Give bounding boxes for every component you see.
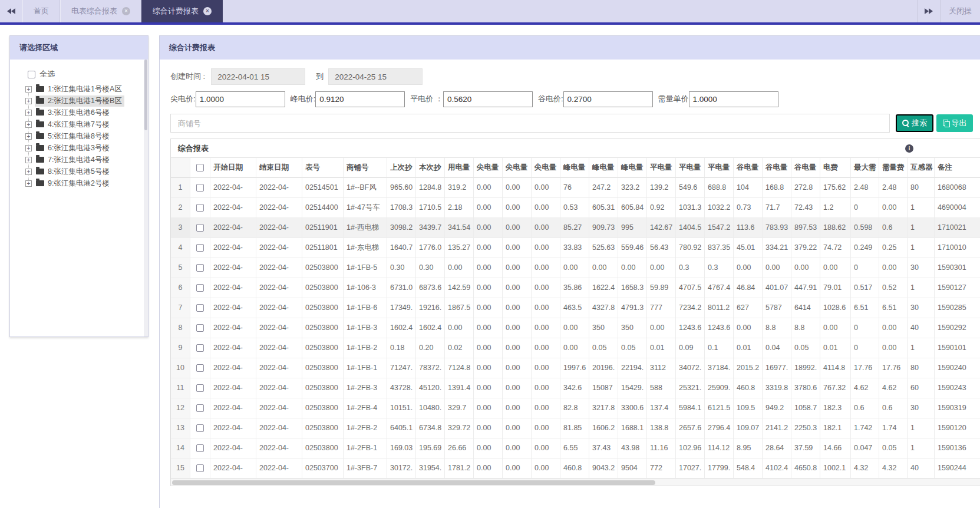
table-row[interactable]: 122022-04-2022-04-025038001#-2FB-410151.… [171, 398, 980, 418]
table-row[interactable]: 32022-04-2022-04-025119011#-西电梯3098.2343… [171, 218, 980, 238]
tree-item[interactable]: +9:张江集电港2号楼 [10, 177, 148, 189]
table-cell: 31954. [415, 458, 444, 479]
table-row[interactable]: 72022-04-2022-04-025038001#-1FB-617349.1… [171, 298, 980, 318]
tree-expand-icon[interactable]: + [25, 169, 32, 175]
table-row[interactable]: 42022-04-2022-04-025118011#-东电梯1640.7177… [171, 238, 980, 258]
table-row[interactable]: 92022-04-2022-04-025038001#-1FB-20.180.2… [171, 338, 980, 358]
row-checkbox[interactable] [196, 464, 204, 472]
row-checkbox[interactable] [196, 244, 204, 252]
row-checkbox[interactable] [196, 404, 204, 412]
row-checkbox[interactable] [196, 384, 204, 392]
row-checkbox[interactable] [196, 264, 204, 272]
table-row[interactable]: 132022-04-2022-04-025038001#-2FB-26405.1… [171, 418, 980, 438]
created-time-label: 创建时间 : [170, 71, 205, 82]
price-filter-5: 需量单价 [658, 91, 784, 107]
row-checkbox[interactable] [196, 444, 204, 452]
price-input[interactable] [196, 91, 285, 107]
tree-item[interactable]: +5:张江集电港8号楼 [10, 130, 148, 142]
export-button[interactable]: 导出 [936, 114, 973, 132]
table-cell: 0.73 [733, 198, 762, 218]
nav-back-icon[interactable] [0, 0, 22, 22]
row-checkbox-cell [190, 318, 210, 338]
row-checkbox[interactable] [196, 364, 204, 372]
price-input[interactable] [443, 91, 533, 107]
table-cell: 0.3 [704, 258, 733, 278]
close-tab-icon[interactable]: × [122, 7, 130, 15]
table-cell: 43728. [387, 378, 415, 398]
scrollbar-thumb[interactable] [172, 480, 655, 485]
scrollbar-thumb[interactable] [144, 60, 147, 130]
date-to-input[interactable] [328, 68, 423, 85]
row-checkbox[interactable] [196, 184, 204, 192]
close-operations-menu[interactable]: 关闭操 [940, 0, 980, 22]
tree-expand-icon[interactable]: + [25, 157, 32, 163]
table-cell: 71.7 [762, 198, 791, 218]
table-cell: 2022-04- [256, 318, 302, 338]
table-cell: 0.00 [473, 238, 502, 258]
table-row[interactable]: 12022-04-2022-04-025145011#--BF风965.6012… [171, 178, 980, 198]
close-tab-icon[interactable]: × [203, 7, 212, 15]
table-cell: 6.55 [560, 438, 589, 458]
tree-item[interactable]: +8:张江集电港5号楼 [10, 166, 148, 177]
row-checkbox[interactable] [196, 424, 204, 432]
price-input[interactable] [563, 91, 653, 107]
tree-expand-icon[interactable]: + [25, 86, 32, 93]
table-row[interactable]: 142022-04-2022-04-025038001#-2FB-1169.03… [171, 438, 980, 458]
select-all-rows-checkbox[interactable] [196, 164, 204, 171]
table-cell: 3780.6 [791, 378, 820, 398]
tab-2[interactable]: 电表综合报表× [60, 0, 141, 22]
table-cell: 2022-04- [256, 418, 302, 438]
tree-item[interactable]: +2:张江集电港1号楼B区 [10, 95, 148, 107]
table-row[interactable]: 152022-04-2022-04-025037001#-3FB-730172.… [171, 458, 980, 479]
table-row[interactable]: 102022-04-2022-04-025038001#-1FB-171247.… [171, 358, 980, 378]
search-button[interactable]: 搜索 [896, 114, 933, 132]
table-row[interactable]: 22022-04-2022-04-025144001#-47号车1708.317… [171, 198, 980, 218]
tree-item[interactable]: +6:张江集电港3号楼 [10, 142, 148, 154]
row-checkbox[interactable] [196, 344, 204, 352]
tree-expand-icon[interactable]: + [25, 180, 32, 187]
tree-expand-icon[interactable]: + [25, 133, 32, 140]
tree-item[interactable]: +3:张江集电港6号楼 [10, 107, 148, 118]
table-cell: 460.8 [560, 458, 589, 479]
table-cell: 2022-04- [256, 298, 302, 318]
date-from-input[interactable] [211, 68, 305, 85]
nav-forward-icon[interactable] [918, 8, 940, 14]
tree-expand-icon[interactable]: + [25, 110, 32, 116]
table-cell: 1622.4 [589, 278, 618, 298]
price-input[interactable] [315, 91, 405, 107]
tree-expand-icon[interactable]: + [25, 121, 32, 128]
sidebar-scrollbar[interactable] [144, 60, 148, 337]
tree-item[interactable]: +7:张江集电港4号楼 [10, 154, 148, 166]
table-cell: 137.4 [646, 398, 675, 418]
table-cell: 0.00 [502, 218, 531, 238]
tab-1[interactable]: 首页 [22, 0, 60, 22]
table-cell: 0.01 [646, 338, 675, 358]
tree-item[interactable]: +1:张江集电港1号楼A区 [10, 83, 148, 95]
table-cell: 02514400 [302, 198, 343, 218]
report-table-panel: 综合报表 开始日期结束日期表号商铺号上次抄本次抄用电量尖电量尖电量尖电量峰电量峰… [170, 138, 980, 486]
table-cell: 2022-04- [210, 418, 256, 438]
row-checkbox[interactable] [196, 304, 204, 312]
table-cell: 1#-1FB-6 [343, 298, 387, 318]
table-row[interactable]: 112022-04-2022-04-025038001#-2FB-343728.… [171, 378, 980, 398]
price-filter-3: 平电价 ： [410, 91, 538, 107]
tree-item[interactable]: +4:张江集电港7号楼 [10, 118, 148, 130]
table-row[interactable]: 82022-04-2022-04-025038001#-1FB-31602.41… [171, 318, 980, 338]
table-cell: 1.2 [820, 198, 850, 218]
table-row[interactable]: 52022-04-2022-04-025038001#-1FB-50.300.3… [171, 258, 980, 278]
tree-expand-icon[interactable]: + [25, 98, 32, 104]
table-cell: 175.62 [820, 178, 850, 198]
info-icon[interactable] [905, 144, 913, 153]
row-checkbox[interactable] [196, 204, 204, 212]
table-row[interactable]: 62022-04-2022-04-025038001#-106-36731.06… [171, 278, 980, 298]
row-checkbox[interactable] [196, 224, 204, 232]
table-horizontal-scrollbar[interactable] [171, 479, 980, 486]
price-input[interactable] [689, 91, 778, 107]
row-checkbox[interactable] [196, 324, 204, 332]
select-all-areas-checkbox[interactable] [28, 71, 35, 78]
shop-number-input[interactable] [170, 114, 890, 133]
tree-expand-icon[interactable]: + [25, 145, 32, 151]
row-checkbox[interactable] [196, 284, 204, 292]
tab-3[interactable]: 综合计费报表× [141, 0, 223, 22]
table-cell: 30172. [387, 458, 415, 479]
